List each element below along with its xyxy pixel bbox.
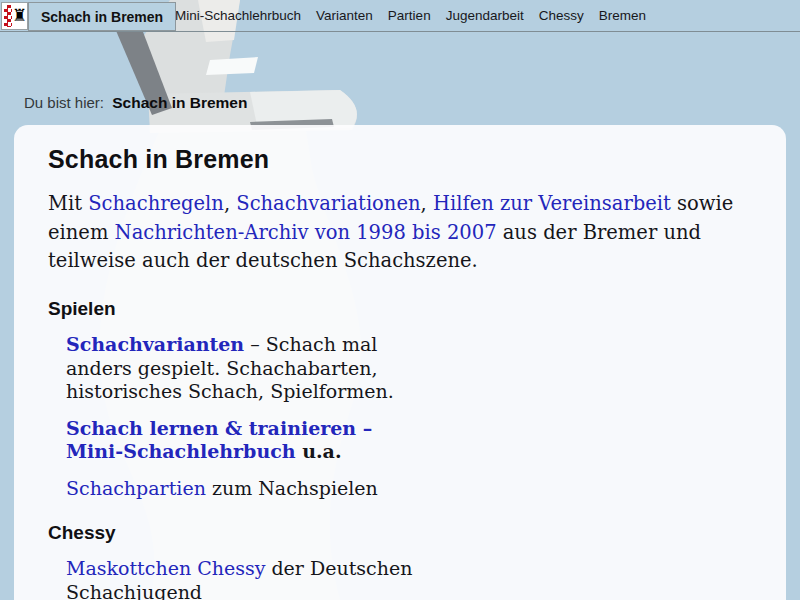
nav-item-partien[interactable]: Partien: [388, 8, 431, 23]
inline-link[interactable]: Schachregeln: [88, 192, 224, 215]
list-item: Schachvarianten – Schach mal anders gesp…: [66, 333, 414, 404]
nav-item-bremen[interactable]: Bremen: [599, 8, 646, 23]
inline-link[interactable]: Schachvarianten: [66, 333, 244, 355]
text-run: ,: [421, 192, 433, 215]
text-run: u.a.: [296, 440, 342, 462]
nav-item-varianten[interactable]: Varianten: [316, 8, 373, 23]
top-nav: ♜ Schach in Bremen Mini-Schachlehrbuch V…: [0, 0, 800, 32]
tab-schach-in-bremen[interactable]: Schach in Bremen: [28, 2, 176, 31]
inline-link[interactable]: Hilfen zur Vereinsarbeit: [433, 192, 671, 215]
nav-item-chessy[interactable]: Chessy: [539, 8, 584, 23]
breadcrumb-prefix: Du bist hier:: [24, 94, 104, 111]
page-title: Schach in Bremen: [48, 145, 752, 174]
chessy-list: Maskottchen Chessy der Deutschen Schachj…: [66, 557, 414, 600]
favicon-home-tab[interactable]: ♜: [1, 2, 28, 30]
text-run: zum Nachspielen: [206, 477, 378, 499]
nav-item-jugendarbeit[interactable]: Jugendarbeit: [446, 8, 524, 23]
inline-link[interactable]: Nachrichten-Archiv von 1998 bis 2007: [115, 221, 497, 244]
inline-link[interactable]: Schachvariationen: [236, 192, 420, 215]
intro-paragraph: Mit Schachregeln, Schachvariationen, Hil…: [48, 190, 752, 276]
content-card: Schach in Bremen Mit Schachregeln, Schac…: [14, 125, 786, 600]
text-run: ,: [224, 192, 236, 215]
breadcrumb: Du bist hier: Schach in Bremen: [24, 94, 247, 112]
list-item: Maskottchen Chessy der Deutschen Schachj…: [66, 557, 414, 600]
spielen-list: Schachvarianten – Schach mal anders gesp…: [66, 333, 414, 500]
list-item: Schach lernen & trainieren – Mini-Schach…: [66, 417, 414, 464]
inline-link[interactable]: Schachpartien: [66, 477, 206, 499]
nav-item-mini-schachlehrbuch[interactable]: Mini-Schachlehrbuch: [175, 8, 301, 23]
text-run: Mit: [48, 192, 88, 215]
section-heading-chessy: Chessy: [48, 522, 752, 544]
list-item: Schachpartien zum Nachspielen: [66, 477, 414, 501]
bremen-flag-icon: [4, 5, 12, 27]
inline-link[interactable]: Maskottchen Chessy: [66, 557, 265, 579]
browser-page: ♜ Schach in Bremen Mini-Schachlehrbuch V…: [0, 0, 800, 600]
section-heading-spielen: Spielen: [48, 298, 752, 320]
black-rook-icon: ♜: [12, 5, 27, 27]
breadcrumb-current: Schach in Bremen: [112, 94, 247, 111]
